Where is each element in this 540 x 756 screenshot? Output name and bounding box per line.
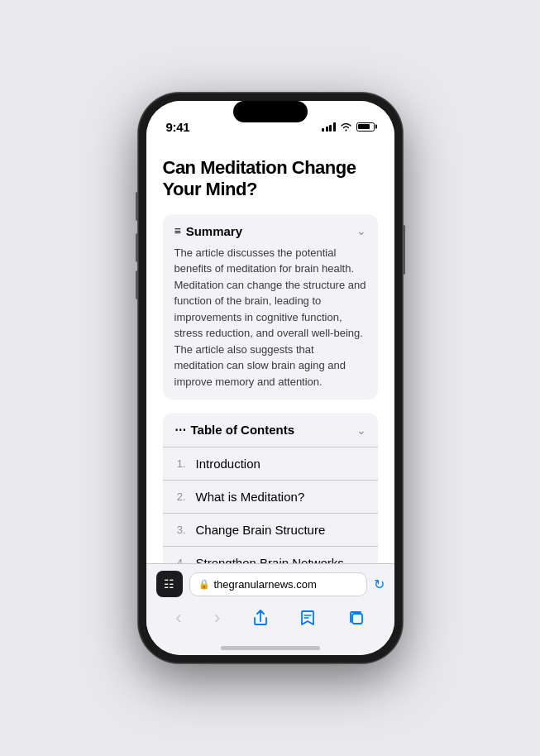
nav-row: ‹ › — [156, 604, 385, 632]
reader-mode-button[interactable]: ☷ — [156, 571, 183, 597]
toc-item-1[interactable]: 1. Introduction — [163, 447, 378, 481]
phone-screen: 9:41 Can Meditati — [146, 101, 394, 655]
url-bar[interactable]: 🔒 thegranularnews.com — [189, 572, 367, 596]
toc-item-2[interactable]: 2. What is Meditation? — [163, 481, 378, 514]
toc-num-1: 1. — [174, 457, 186, 470]
toc-label-3: Change Brain Structure — [196, 523, 326, 537]
summary-icon: ≡ — [174, 224, 181, 237]
toc-item-4[interactable]: 4. Strengthen Brain Networks — [163, 547, 378, 563]
toc-item-3[interactable]: 3. Change Brain Structure — [163, 514, 378, 547]
toc-card: ⋯ Table of Contents ⌄ 1. Introduction 2.… — [163, 413, 378, 563]
toc-heading: Table of Contents — [191, 423, 295, 437]
home-indicator — [146, 639, 394, 655]
toc-label-4: Strengthen Brain Networks — [196, 556, 344, 563]
toc-num-2: 2. — [174, 490, 186, 503]
toc-icon: ⋯ — [174, 423, 186, 437]
toc-num-3: 3. — [174, 524, 186, 536]
bookmarks-button[interactable] — [292, 606, 323, 629]
svg-rect-2 — [352, 614, 362, 624]
reader-mode-icon: ☷ — [164, 577, 174, 591]
summary-header: ≡ Summary ⌄ — [174, 224, 366, 238]
toc-label-2: What is Meditation? — [196, 490, 305, 504]
article-section: Can Meditation Change Your Mind? ≡ Summa… — [146, 141, 394, 563]
signal-icon — [322, 122, 336, 132]
url-text: thegranularnews.com — [214, 578, 358, 591]
phone-frame: 9:41 Can Meditati — [138, 93, 403, 663]
home-bar — [221, 646, 320, 650]
browser-bar: ☷ 🔒 thegranularnews.com ↻ ‹ › — [146, 563, 394, 639]
summary-heading: Summary — [186, 224, 242, 238]
summary-text: The article discusses the potential bene… — [174, 245, 366, 390]
toc-chevron-icon[interactable]: ⌄ — [356, 423, 366, 437]
forward-button[interactable]: › — [206, 604, 228, 632]
summary-card[interactable]: ≡ Summary ⌄ The article discusses the po… — [163, 214, 378, 400]
dynamic-island — [233, 101, 308, 122]
article-title: Can Meditation Change Your Mind? — [163, 157, 378, 201]
toc-num-4: 4. — [174, 557, 186, 563]
reload-button[interactable]: ↻ — [374, 577, 385, 592]
share-button[interactable] — [245, 606, 276, 629]
url-row: ☷ 🔒 thegranularnews.com ↻ — [156, 571, 385, 597]
back-button[interactable]: ‹ — [167, 604, 189, 632]
battery-icon — [356, 122, 375, 132]
toc-header[interactable]: ⋯ Table of Contents ⌄ — [163, 413, 378, 447]
tabs-button[interactable] — [340, 606, 373, 629]
summary-chevron-icon[interactable]: ⌄ — [356, 224, 366, 237]
toc-title: ⋯ Table of Contents — [174, 423, 295, 437]
lock-icon: 🔒 — [198, 579, 210, 590]
status-time: 9:41 — [166, 120, 190, 134]
content-area[interactable]: Can Meditation Change Your Mind? ≡ Summa… — [146, 141, 394, 563]
toc-label-1: Introduction — [196, 457, 260, 471]
status-icons — [322, 122, 375, 132]
summary-title: ≡ Summary — [174, 224, 243, 238]
wifi-icon — [340, 122, 352, 132]
